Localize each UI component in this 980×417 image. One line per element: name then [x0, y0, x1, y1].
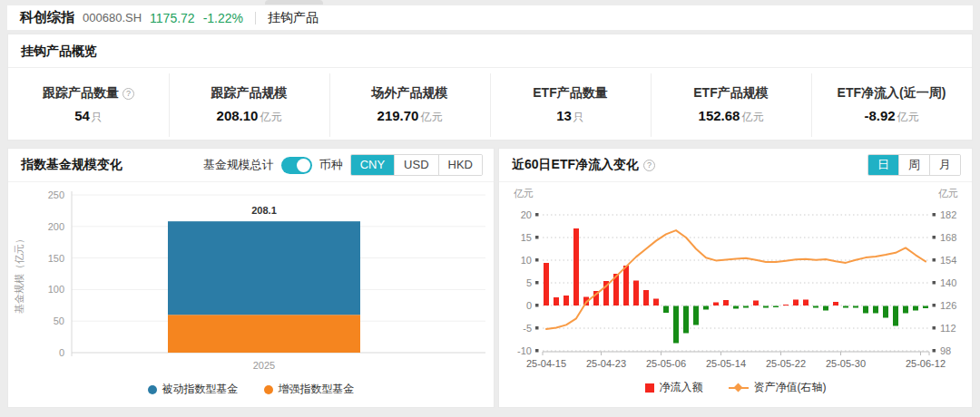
svg-text:15: 15 — [521, 232, 532, 243]
stat-otc-product-scale: 场外产品规模 219.70亿元 — [329, 70, 490, 141]
toggle-knob — [297, 159, 310, 172]
svg-text:98: 98 — [940, 345, 951, 356]
help-icon[interactable]: ? — [122, 88, 134, 100]
legend-net-inflow[interactable]: 净流入额 — [645, 380, 703, 395]
legend-dot-blue — [148, 385, 157, 394]
svg-text:10: 10 — [521, 255, 532, 266]
period-day-button[interactable]: 日 — [868, 155, 898, 175]
stat-tracking-product-scale: 跟踪产品规模 208.10亿元 — [169, 70, 329, 141]
header-divider — [255, 12, 256, 24]
legend-nav-right-axis[interactable]: 资产净值(右轴) — [729, 380, 827, 395]
svg-text:100: 100 — [48, 284, 64, 295]
stat-etf-scale: ETF产品规模 152.68亿元 — [651, 70, 811, 141]
legend-passive-index-fund[interactable]: 被动指数型基金 — [148, 382, 239, 397]
tab-linked-products[interactable]: 挂钩产品 — [268, 10, 318, 26]
stat-tracking-product-count: 跟踪产品数量? 54只 — [8, 70, 169, 141]
svg-text:5: 5 — [526, 277, 532, 288]
right-chart-legend: 净流入额 资产净值(右轴) — [499, 380, 972, 395]
etf-net-inflow-chart: 亿元亿元20151050-5-101821681541401261129825-… — [499, 182, 972, 374]
svg-text:25-05-06: 25-05-06 — [646, 358, 686, 369]
left-chart-legend: 被动指数型基金 增强指数型基金 — [8, 382, 494, 397]
index-fund-scale-panel: 指数基金规模变化 基金规模总计 币种 CNY USD HKD 050100150… — [7, 148, 495, 408]
stat-etf-net-inflow-week: ETF净流入(近一周) -8.92亿元 — [811, 70, 972, 141]
stats-row: 跟踪产品数量? 54只 跟踪产品规模 208.10亿元 场外产品规模 219.7… — [8, 70, 972, 141]
svg-text:20: 20 — [521, 209, 532, 220]
index-code: 000680.SH — [83, 11, 142, 24]
divider — [8, 67, 972, 68]
svg-text:25-05-14: 25-05-14 — [706, 358, 746, 369]
currency-usd-button[interactable]: USD — [394, 155, 437, 175]
svg-text:200: 200 — [48, 221, 64, 232]
svg-text:25-04-15: 25-04-15 — [526, 358, 566, 369]
fund-scale-total-toggle[interactable] — [281, 157, 312, 174]
index-header: 科创综指 000680.SH 1175.72 -1.22% 挂钩产品 — [7, 5, 973, 30]
legend-enhanced-index-fund[interactable]: 增强指数型基金 — [264, 382, 355, 397]
svg-text:112: 112 — [940, 323, 956, 334]
svg-text:140: 140 — [940, 277, 956, 288]
currency-hkd-button[interactable]: HKD — [438, 155, 482, 175]
currency-label: 币种 — [319, 157, 343, 173]
svg-text:-5: -5 — [523, 323, 532, 334]
legend-square-red — [645, 383, 654, 393]
svg-text:182: 182 — [940, 209, 956, 220]
help-icon[interactable]: ? — [643, 160, 655, 171]
svg-text:25-05-30: 25-05-30 — [826, 358, 866, 369]
svg-text:150: 150 — [48, 253, 64, 264]
svg-text:208.1: 208.1 — [251, 205, 277, 216]
left-chart-title: 指数基金规模变化 — [21, 157, 122, 173]
legend-dot-orange — [264, 385, 273, 394]
svg-text:50: 50 — [54, 315, 64, 326]
period-switcher: 日 周 月 — [867, 154, 961, 176]
svg-text:亿元: 亿元 — [514, 188, 534, 199]
etf-net-inflow-panel: 近60日ETF净流入变化 ? 日 周 月 亿元亿元20151050-5-1018… — [498, 148, 973, 408]
svg-text:250: 250 — [48, 189, 64, 200]
index-price: 1175.72 — [150, 11, 195, 25]
legend-line-diamond-marker — [729, 383, 749, 393]
svg-text:0: 0 — [59, 347, 64, 358]
svg-text:亿元: 亿元 — [938, 188, 958, 199]
index-fund-scale-chart: 050100150200250基金规模（亿元）208.12025 — [8, 182, 494, 376]
currency-cny-button[interactable]: CNY — [351, 155, 394, 175]
svg-text:25-06-12: 25-06-12 — [906, 358, 946, 369]
svg-text:25-04-23: 25-04-23 — [586, 358, 626, 369]
fund-scale-total-label: 基金规模总计 — [203, 157, 274, 173]
linked-products-overview-panel: 挂钩产品概览 跟踪产品数量? 54只 跟踪产品规模 208.10亿元 场外产品规… — [7, 34, 973, 141]
browser-tab-artifact — [265, 0, 323, 5]
svg-text:0: 0 — [526, 300, 532, 311]
svg-text:25-05-22: 25-05-22 — [766, 358, 806, 369]
period-month-button[interactable]: 月 — [929, 155, 960, 175]
overview-title: 挂钩产品概览 — [8, 34, 972, 67]
stat-etf-count: ETF产品数量 13只 — [490, 70, 651, 141]
svg-text:126: 126 — [940, 300, 956, 311]
svg-text:2025: 2025 — [253, 360, 275, 371]
currency-switcher: CNY USD HKD — [350, 154, 483, 176]
svg-text:-10: -10 — [517, 345, 532, 356]
svg-text:基金规模（亿元）: 基金规模（亿元） — [14, 234, 24, 314]
index-name: 科创综指 — [20, 9, 74, 26]
svg-text:154: 154 — [940, 255, 956, 266]
period-week-button[interactable]: 周 — [898, 155, 929, 175]
right-chart-title: 近60日ETF净流入变化 — [512, 157, 639, 173]
svg-text:168: 168 — [940, 232, 956, 243]
index-change: -1.22% — [203, 11, 243, 25]
